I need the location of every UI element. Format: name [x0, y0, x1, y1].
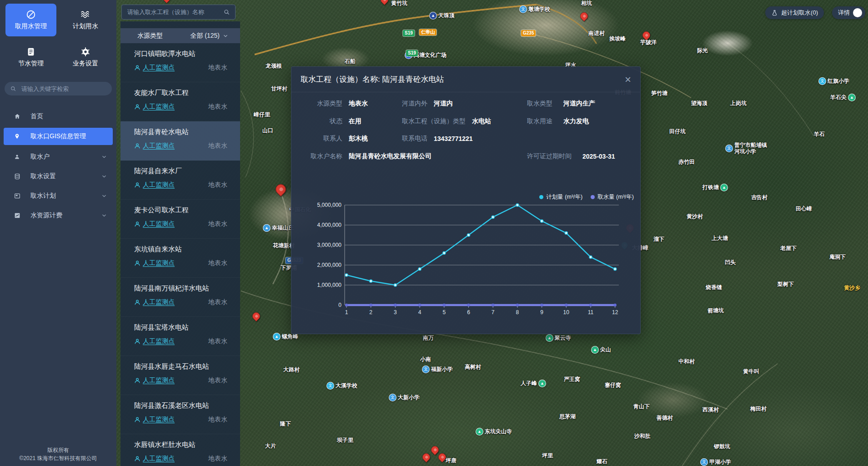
map-label: 坪里 [542, 452, 553, 459]
search-icon[interactable] [223, 9, 231, 16]
chevron-down-icon[interactable] [101, 212, 107, 219]
monitor-point-link[interactable]: 人工监测点 [134, 455, 175, 463]
module-intake-use[interactable]: 取用水管理 [5, 4, 56, 36]
monitor-point-label: 人工监测点 [143, 259, 175, 267]
field: 取水工程（设施）类型水电站 [402, 117, 491, 125]
svg-text:12: 12 [612, 309, 618, 316]
list-item[interactable]: 麦卡公司取水工程人工监测点地表水 [120, 200, 240, 239]
list-item[interactable]: 友能水厂取水工程人工监测点地表水 [120, 82, 240, 121]
intake-name: 河口镇唱歌潭水电站 [134, 50, 227, 58]
sidebar-search[interactable] [5, 82, 112, 95]
water-source-type: 地表水 [208, 103, 227, 111]
module-save-water[interactable]: 节水管理 [5, 41, 56, 74]
map-label-text: 龙颈根 [266, 63, 282, 69]
list-item[interactable]: 陆河县宝塔水电站人工监测点地表水 [120, 317, 240, 356]
module-plan-use[interactable]: 计划用水 [60, 4, 111, 36]
monitor-point-link[interactable]: 人工监测点 [134, 298, 175, 306]
monitor-point-link[interactable]: 人工监测点 [134, 416, 175, 424]
detail-toggle[interactable]: 详情 [832, 6, 865, 19]
list-item-meta: 人工监测点地表水 [134, 259, 227, 267]
map-label: 西溪村 [702, 406, 719, 413]
waves-icon [80, 10, 91, 20]
sidebar-item-intake-plan[interactable]: 取水计划 [0, 186, 116, 205]
map-pin-icon[interactable] [421, 451, 431, 462]
list-item[interactable]: 陆河县激石溪老区水电站人工监测点地表水 [120, 395, 240, 434]
monitor-point-link[interactable]: 人工监测点 [134, 337, 175, 346]
module-biz-settings[interactable]: 业务设置 [60, 41, 111, 74]
water-source-type: 地表水 [208, 220, 227, 228]
water-source-type: 地表水 [208, 259, 227, 267]
monitor-point-link[interactable]: 人工监测点 [134, 376, 175, 385]
map-label-text: 笋竹塘 [651, 90, 667, 96]
monitor-point-link[interactable]: 人工监测点 [134, 181, 175, 189]
field-label: 联系电话 [402, 135, 427, 143]
filter-all-dropdown[interactable]: 全部 (125) [190, 32, 229, 40]
map-pin-icon[interactable] [578, 10, 589, 21]
sidebar-item-users[interactable]: 取水户 [0, 147, 116, 166]
map-label: 严王窝 [564, 376, 580, 382]
list-item[interactable]: 水唇镇水栏肚水电站人工监测点地表水 [120, 434, 240, 466]
map-label: 黄竹坑 [391, 0, 407, 6]
field-label: 取水用途 [527, 117, 552, 125]
map-label: 锣鼓坑 [714, 443, 730, 450]
chevron-down-icon[interactable] [101, 193, 107, 199]
map-pin-icon[interactable] [429, 444, 440, 455]
sidebar-item-intake-settings[interactable]: 取水设置 [0, 166, 116, 186]
svg-text:11: 11 [588, 309, 594, 316]
map-pin-icon[interactable] [379, 0, 390, 5]
map-label-text: 螺角峰 [282, 333, 298, 340]
map-label: 黄牛叫 [743, 368, 759, 375]
map-label: ▲人子峰 [521, 380, 546, 387]
monitor-point-link[interactable]: 人工监测点 [134, 142, 175, 150]
svg-text:3: 3 [394, 309, 397, 316]
monitor-point-link[interactable]: 人工监测点 [134, 64, 175, 72]
chevron-down-icon[interactable] [101, 173, 107, 180]
list-search-input[interactable] [126, 8, 220, 16]
water-source-type: 地表水 [208, 64, 227, 72]
map-label-text: 上岗坑 [730, 100, 747, 106]
sidebar-item-gis[interactable]: 取水口GIS信息管理 [4, 128, 113, 145]
svg-text:0: 0 [338, 302, 341, 308]
close-icon[interactable]: × [625, 74, 631, 85]
list-item[interactable]: 陆河县水唇走马石水电站人工监测点地表水 [120, 356, 240, 395]
map-label-text: 赤竹田 [678, 159, 695, 165]
map-label: 文福新小学 [422, 366, 453, 373]
map-label-text: 幸福山庄 [272, 225, 294, 231]
water-source-type: 地表水 [208, 455, 227, 463]
map-label-text: 吉告村 [751, 194, 768, 200]
toggle-knob[interactable] [853, 8, 862, 17]
list-item[interactable]: 河口镇唱歌潭水电站人工监测点地表水 [120, 43, 240, 82]
map-label: 南万 [423, 335, 434, 341]
chevron-down-icon[interactable] [101, 154, 107, 160]
monitor-point-link[interactable]: 人工监测点 [134, 220, 175, 228]
monitor-point-label: 人工监测点 [143, 376, 175, 385]
map-pin-icon[interactable] [273, 182, 288, 196]
map-label: ▲打铁塘 [702, 184, 728, 191]
list-item[interactable]: 东坑镇自来水站人工监测点地表水 [120, 239, 240, 278]
field-row: 取水户名称陆河县青砼水电发展有限公司许可证过期时间2025-03-31 [301, 152, 631, 166]
over-plan-label: 超计划取水(0) [781, 9, 818, 17]
list-item[interactable]: 陆河县青砼水电站人工监测点地表水 [120, 121, 240, 160]
map-label-text: 大路村 [283, 366, 300, 373]
gauge-icon [26, 10, 36, 20]
sidebar-search-input[interactable] [20, 85, 106, 93]
intake-name: 陆河县自来水厂 [134, 167, 227, 175]
list-item[interactable]: 陆河县自来水厂人工监测点地表水 [120, 160, 240, 200]
map-label: ▲尖山 [591, 346, 611, 354]
water-source-type: 地表水 [208, 416, 227, 424]
map-label-text: 上大塘 [712, 235, 728, 241]
list-search[interactable] [121, 5, 236, 20]
sidebar-item-water-billing[interactable]: 水资源计费 [0, 205, 116, 225]
over-plan-button[interactable]: 超计划取水(0) [765, 6, 824, 19]
sidebar-item-label: 取水户 [30, 153, 50, 161]
map-label-text: 黄牛叫 [743, 368, 759, 375]
field-value: 水力发电 [563, 117, 589, 125]
sidebar-item-home[interactable]: 首页 [0, 106, 116, 126]
list-item[interactable]: 陆河县南万镇杞洋水电站人工监测点地表水 [120, 278, 240, 317]
person-icon [134, 338, 140, 345]
monitor-point-link[interactable]: 人工监测点 [134, 103, 175, 111]
field-value: 地表水 [349, 100, 368, 108]
map-pin-icon[interactable] [251, 311, 261, 321]
map-label-text: 普宁市船埔镇 河坑小学 [734, 142, 767, 155]
monitor-point-link[interactable]: 人工监测点 [134, 259, 175, 267]
